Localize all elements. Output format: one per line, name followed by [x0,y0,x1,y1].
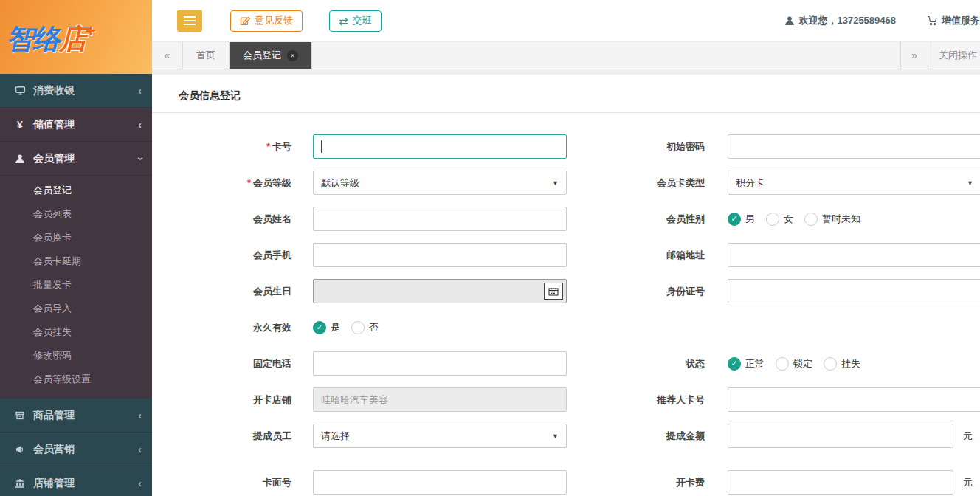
status-lost-radio[interactable]: 挂失 [824,357,860,371]
gender-female-radio[interactable]: 女 [766,213,793,226]
submenu-item-member-import[interactable]: 会员导入 [0,297,152,320]
birthday-input[interactable] [313,279,567,303]
chevron-down-icon: ‹ [134,156,146,160]
sidebar-item-label: 商品管理 [33,409,138,422]
user-icon [12,154,28,164]
submenu-item-report-loss[interactable]: 会员挂失 [0,320,152,344]
chevron-left-icon: ‹ [138,119,142,131]
permanent-no-radio[interactable]: 否 [351,321,379,334]
close-tab-icon[interactable]: × [287,50,298,61]
card-face-label: 卡面号 [152,476,313,489]
tab-member-register[interactable]: 会员登记 × [230,42,312,69]
initial-password-label: 初始密码 [567,140,728,154]
status-radio-group: ✓正常 锁定 挂失 [728,357,860,371]
card-number-input[interactable] [313,134,567,159]
sidebar-item-label: 店铺管理 [33,477,138,490]
submenu-item-change-password[interactable]: 修改密码 [0,344,152,368]
required-mark: * [266,141,270,152]
telephone-input[interactable] [313,351,567,376]
card-face-input[interactable] [313,470,567,495]
permanent-radio-group: ✓是 否 [313,321,379,334]
welcome-text: 欢迎您，13725589468 [798,14,896,27]
value-added-service-link[interactable]: 增值服务 [927,14,980,27]
radio-unchecked-icon [351,321,365,334]
tabs-scroll-left-button[interactable]: « [152,42,183,69]
sidebar-item-store[interactable]: 店铺管理 ‹ [0,466,152,496]
gender-unknown-radio[interactable]: 暂时未知 [804,213,860,226]
sidebar-item-stored-value[interactable]: ¥ 储值管理 ‹ [0,108,152,142]
submenu-item-batch-issue[interactable]: 批量发卡 [0,273,152,297]
feedback-label: 意见反馈 [255,14,293,27]
radio-unchecked-icon [766,213,779,226]
calendar-icon[interactable] [544,283,563,300]
commission-staff-select[interactable]: 请选择 ▼ [313,424,567,448]
cashier-icon [12,85,28,96]
member-level-value: 默认等级 [321,176,359,190]
member-register-form: *卡号 初始密码 *会员等级 默认等级 [152,113,980,495]
sidebar-toggle-button[interactable] [177,10,202,32]
card-type-select[interactable]: 积分卡 ▼ [728,170,980,195]
sidebar-item-label: 储值管理 [33,118,138,131]
submenu-item-level-settings[interactable]: 会员等级设置 [0,368,152,391]
gender-radio-group: ✓男 女 暂时未知 [728,213,860,226]
app-window: 智络店+ 消费收银 ‹ ¥ 储值管理 ‹ 会员管理 ‹ [0,0,980,496]
radio-unchecked-icon [776,357,789,371]
feedback-button[interactable]: 意见反馈 [230,10,303,32]
submenu-item-member-list[interactable]: 会员列表 [0,202,152,226]
chevron-down-icon: ▼ [552,179,559,187]
card-fee-input[interactable] [728,470,953,495]
status-locked-radio[interactable]: 锁定 [776,357,812,371]
member-name-input[interactable] [313,207,567,231]
status-label: 状态 [567,357,728,371]
yuan-unit: 元 [963,430,973,443]
logo-part-2: 店 [59,24,86,55]
gender-male-radio[interactable]: ✓男 [728,213,755,226]
mobile-input[interactable] [313,243,567,267]
chevron-left-icon: ‹ [138,410,142,421]
sidebar-item-label: 会员管理 [33,152,138,165]
tab-bar: « 首页 会员登记 × » 关闭操作 [152,41,980,69]
submenu-item-card-extend[interactable]: 会员卡延期 [0,249,152,273]
initial-password-input[interactable] [728,134,980,159]
shift-change-button[interactable]: ⇄ 交班 [329,10,382,32]
required-mark: * [247,177,251,188]
sidebar-item-marketing[interactable]: 会员营销 ‹ [0,433,152,466]
submenu-item-member-register[interactable]: 会员登记 [0,179,152,202]
welcome-area: 欢迎您，13725589468 [784,14,896,27]
commission-staff-label: 提成员工 [152,430,313,443]
sidebar-menu: 消费收银 ‹ ¥ 储值管理 ‹ 会员管理 ‹ 会员登记 会员列表 会员换卡 会员… [0,74,152,496]
brand-logo-text: 智络店+ [6,21,94,58]
sidebar-item-goods[interactable]: 商品管理 ‹ [0,399,152,433]
permanent-yes-radio[interactable]: ✓是 [313,321,340,334]
store-input [313,388,567,412]
tabs-scroll-right-button[interactable]: » [900,42,928,69]
chevron-down-icon: ▼ [552,433,559,440]
card-number-label: *卡号 [152,140,313,154]
mobile-label: 会员手机 [152,249,313,262]
status-normal-radio[interactable]: ✓正常 [728,357,765,371]
logo-plus: + [86,21,94,41]
value-added-label: 增值服务 [942,14,980,27]
store-label: 开卡店铺 [152,393,313,407]
chevron-down-icon: ▼ [967,179,973,187]
tab-home[interactable]: 首页 [183,42,230,69]
commission-staff-value: 请选择 [321,430,350,443]
sidebar-item-cashier[interactable]: 消费收银 ‹ [0,74,152,108]
member-level-select[interactable]: 默认等级 ▼ [313,170,567,195]
commission-amount-input[interactable] [728,424,953,448]
sidebar-item-member[interactable]: 会员管理 ‹ [0,142,152,176]
logo-part-1: 智络 [6,24,59,55]
content-area: 会员信息登记 *卡号 初始密码 *会员等级 [152,69,980,496]
close-operations-menu[interactable]: 关闭操作 [928,42,980,69]
brand-logo: 智络店+ [0,0,152,74]
submenu-item-card-replace[interactable]: 会员换卡 [0,226,152,249]
member-submenu: 会员登记 会员列表 会员换卡 会员卡延期 批量发卡 会员导入 会员挂失 修改密码… [0,176,152,399]
email-input[interactable] [728,243,980,267]
top-header: 意见反馈 ⇄ 交班 欢迎您，13725589468 增值服务 [152,0,980,41]
card-type-label: 会员卡类型 [567,176,728,190]
text-caret [321,140,322,153]
referrer-card-input[interactable] [728,388,980,412]
id-number-input[interactable] [728,279,980,303]
yuan-unit: 元 [963,476,973,489]
permanent-label: 永久有效 [152,321,313,334]
